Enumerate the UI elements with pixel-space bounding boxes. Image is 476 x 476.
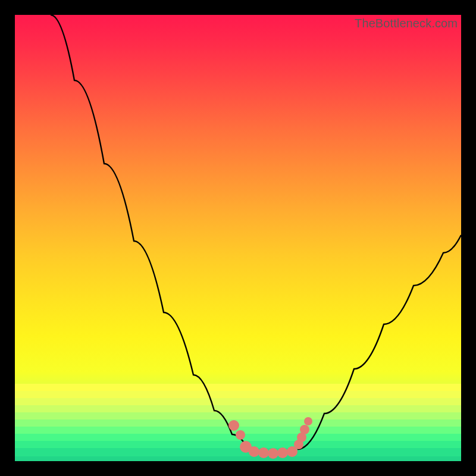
color-band [15, 405, 461, 412]
color-band [15, 441, 461, 448]
color-band [15, 384, 461, 391]
chart-marker [268, 448, 278, 459]
chart-plot-area: TheBottleneck.com [15, 15, 461, 461]
chart-marker [304, 417, 312, 425]
color-band [15, 398, 461, 405]
chart-marker [300, 425, 309, 434]
color-band [15, 448, 461, 456]
color-band [15, 391, 461, 398]
chart-svg [15, 15, 461, 461]
chart-marker [228, 420, 239, 431]
color-band [15, 412, 461, 419]
chart-marker [277, 447, 288, 458]
color-band [15, 456, 461, 461]
chart-marker [249, 446, 259, 457]
chart-marker [236, 430, 245, 440]
chart-marker [258, 447, 269, 458]
